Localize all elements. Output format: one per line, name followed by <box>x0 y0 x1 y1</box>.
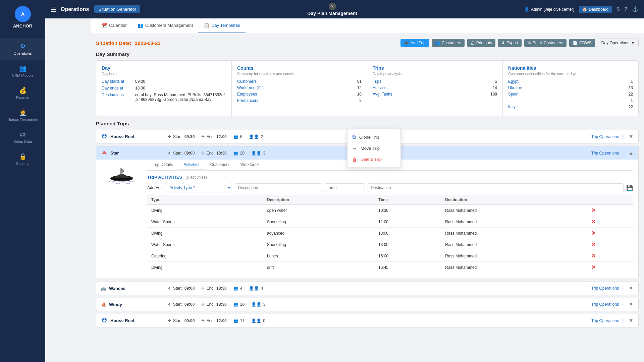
trip-operations-btn-wanees[interactable]: Trip Operations ⋮ <box>591 286 625 291</box>
activity-type-select[interactable]: Activity Type * <box>165 183 232 192</box>
time-input[interactable] <box>325 183 365 192</box>
svg-point-2 <box>102 134 106 138</box>
tab-customers-mgmt[interactable]: 👥 Customers Management <box>132 18 198 33</box>
destination-input[interactable] <box>368 183 624 192</box>
cdws-button[interactable]: 📄 CDWS <box>569 39 595 47</box>
tab-day-templates[interactable]: 📋 Day Templates <box>198 18 246 33</box>
help-icon[interactable]: ? <box>624 6 627 12</box>
activity-destination-cell: Rass Mohammed <box>441 262 587 273</box>
delete-activity-button[interactable]: ✕ <box>591 253 596 259</box>
move-trip-menu-item[interactable]: ↔ Move Trip <box>347 143 400 154</box>
col-time: Time <box>374 195 441 205</box>
sidebar-item-finance[interactable]: 💰 Finance <box>0 82 45 104</box>
sidebar-item-operations[interactable]: ⚙ Operations <box>0 38 45 60</box>
table-header-row: Type Description Time Destination <box>147 195 633 205</box>
sidebar-item-label: Setup Data <box>13 139 32 143</box>
sidebar-item-security[interactable]: 🔒 Security <box>0 148 45 170</box>
activity-description-cell: Lunch <box>263 250 374 262</box>
trip-expand-icon-windy: ▼ <box>628 301 634 307</box>
close-button[interactable]: × <box>329 3 336 10</box>
add-trip-button[interactable]: ➕ Add Trip <box>400 39 429 47</box>
start-icon: ✈ <box>168 302 171 307</box>
sidebar-item-crm[interactable]: 👥 CRM Module <box>0 60 45 82</box>
delete-activity-button[interactable]: ✕ <box>591 264 596 270</box>
dollar-icon[interactable]: $ <box>616 6 620 12</box>
delete-activity-button[interactable]: ✕ <box>591 219 596 225</box>
user-icon: 👤 <box>524 7 529 12</box>
delete-activity-button[interactable]: ✕ <box>591 230 596 236</box>
day-summary-title: Day Summary <box>96 51 639 57</box>
trip-header-wanees[interactable]: 🚌 Wanees ✈ Start: 09:00 ✈ End: 18:30 <box>96 282 638 295</box>
destinations-row: Destinations coral bay ,Rass Mohammed ,E… <box>102 93 226 102</box>
situation-date-value: 2023-03-23 <box>135 40 161 46</box>
trip-header-windy[interactable]: ⛵ Windy ✈ Start: 09:00 ✈ End: 18:30 <box>96 298 638 311</box>
activity-destination-cell: Rass Mohammed <box>441 205 587 216</box>
description-input[interactable] <box>235 183 322 192</box>
start-icon: ✈ <box>168 286 171 291</box>
clone-trip-menu-item[interactable]: ⧉ Clone Trip <box>347 131 400 143</box>
export-button[interactable]: ⬇ Export <box>498 39 522 47</box>
trip-header-house-reef-2[interactable]: House Reef ✈ Start: 09:00 ✈ End: 12:00 <box>96 314 638 327</box>
activity-time-cell: 13:00 <box>374 239 441 250</box>
end-icon: ✈ <box>201 286 205 291</box>
tab-activities[interactable]: Activities <box>178 160 205 170</box>
move-trip-label: Move Trip <box>361 146 380 151</box>
topbar-right: 👤 Admin (Jeje dive center) 🏠 Dashboard $… <box>524 6 639 13</box>
activity-time-cell: 15:00 <box>374 250 441 262</box>
sidebar-item-label: CRM Module <box>12 73 33 77</box>
sidebar-item-setup[interactable]: 🗂 Setup Data <box>0 126 45 148</box>
tab-calendar[interactable]: 📅 Calendar <box>96 18 132 33</box>
activity-description-cell: Snorkeling <box>263 216 374 228</box>
sidebar-item-hr[interactable]: 🧑‍💼 Human Resources <box>0 104 45 126</box>
nationalities-subtitle: Customer nationalities for the current d… <box>508 72 633 76</box>
save-activity-button[interactable]: 💾 <box>626 185 633 191</box>
dayops-chevron-icon: ▼ <box>631 41 635 45</box>
table-row: Catering Lunch 15:00 Rass Mohammed ✕ <box>147 250 633 262</box>
hr-icon: 🧑‍💼 <box>19 109 26 116</box>
context-button[interactable]: Situation Generator <box>94 5 140 13</box>
nat-row-4: 1 <box>508 98 633 103</box>
trips-count-row: Trips 5 <box>373 79 497 84</box>
sidebar-item-label: Human Resources <box>7 118 38 122</box>
egypt-row: Egypt 1 <box>508 79 633 84</box>
col-type: Type <box>147 195 263 205</box>
activity-time-cell: 16:45 <box>374 262 441 273</box>
tab-customers[interactable]: Customers <box>205 160 235 170</box>
end-icon: ✈ <box>201 151 205 156</box>
trips-heading: Trips <box>373 65 497 71</box>
trip-operations-btn-windy[interactable]: Trip Operations ⋮ <box>591 302 625 307</box>
day-operations-button[interactable]: Day Operations ▼ <box>598 39 639 47</box>
trip-operations-btn-house-reef-2[interactable]: Trip Operations ⋮ <box>591 318 625 323</box>
trip-operations-btn-1[interactable]: Trip Operations ⋮ <box>591 134 625 139</box>
trip-operations-btn-star[interactable]: Trip Operations ⋮ <box>591 151 625 156</box>
trip-ops-menu-icon: ⋮ <box>621 286 625 291</box>
activity-time-cell: 11:00 <box>374 216 441 228</box>
activity-type-cell: Diving <box>147 262 263 273</box>
counts-subtitle: Summary for day totals and counts <box>237 72 362 76</box>
customers-button[interactable]: 👥 Customers <box>432 39 465 47</box>
tab-trip-details[interactable]: Trip Details <box>147 160 178 170</box>
delete-trip-menu-item[interactable]: 🗑 Delete Trip <box>347 154 400 165</box>
trip-icon-windy: ⛵ <box>101 302 106 307</box>
delete-activity-button[interactable]: ✕ <box>591 242 596 247</box>
crm-icon: 👥 <box>19 65 26 72</box>
start-icon: ✈ <box>168 134 171 139</box>
nav-tabs: 📅 Calendar 👥 Customers Management 📋 Day … <box>91 18 644 33</box>
counts-card: Counts Summary for day totals and counts… <box>232 61 367 116</box>
italy-row: Italy 22 <box>508 105 633 109</box>
dashboard-button[interactable]: 🏠 Dashboard <box>579 6 612 13</box>
activities-add-row: Add/Edit Activity Type * 💾 <box>147 183 633 192</box>
printouts-button[interactable]: 🖨 Printouts <box>467 39 495 47</box>
dashboard-icon: 🏠 <box>582 7 587 12</box>
email-customers-button[interactable]: ✉ Email Customers <box>524 39 567 47</box>
menu-button[interactable]: ☰ <box>51 5 57 13</box>
trip-ops-menu-icon: ⋮ <box>621 318 625 323</box>
table-row: Diving open water 10:30 Rass Mohammed ✕ <box>147 205 633 216</box>
trip-icon-reef2 <box>101 317 108 324</box>
trip-expand-icon-wanees: ▼ <box>628 285 634 291</box>
anchor-logo-svg: A <box>18 9 28 19</box>
spain-row: Spain 22 <box>508 92 633 97</box>
delete-activity-button[interactable]: ✕ <box>591 207 596 213</box>
col-destination: Destination <box>441 195 587 205</box>
tab-workforce[interactable]: Workforce <box>235 160 264 170</box>
